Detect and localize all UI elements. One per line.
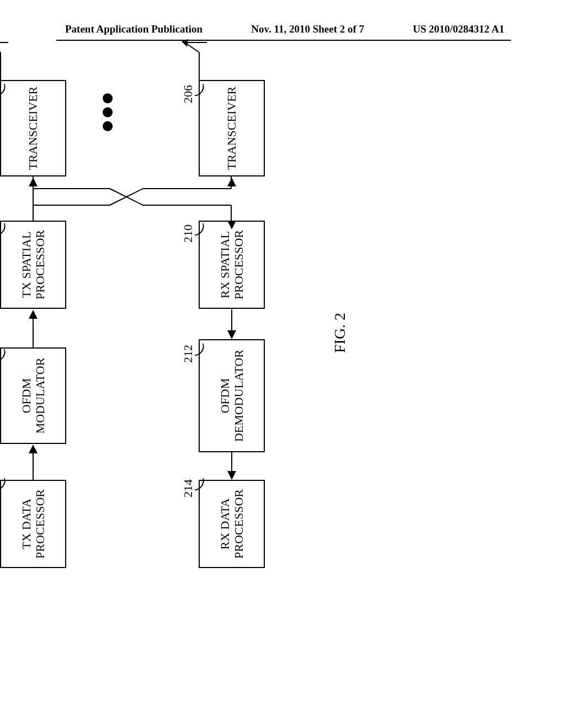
svg-line-3: [110, 189, 143, 205]
header-right: US 2010/0284312 A1: [413, 23, 504, 35]
leader-line-icon: [189, 480, 199, 490]
block-line: DEMODULATOR: [232, 350, 246, 442]
block-line: RX SPATIAL: [218, 231, 232, 298]
leader-line-icon: [189, 225, 199, 235]
figure-diagram: WIRELESS NODE 200 TX DATA PROCESSOR 202 …: [0, 199, 563, 540]
block-line: PROCESSOR: [232, 489, 246, 559]
arrowhead-icon: [29, 310, 38, 319]
block-transceiver-top: TRANSCEIVER: [0, 80, 66, 176]
connector-line: [33, 452, 34, 480]
block-tx-data-processor: TX DATA PROCESSOR: [0, 480, 66, 568]
header-left: Patent Application Publication: [65, 23, 202, 35]
antenna-icon: [0, 36, 8, 80]
block-ofdm-modulator: OFDM MODULATOR: [0, 347, 66, 444]
leader-line-icon: [189, 85, 199, 95]
connector-line: [33, 318, 34, 347]
arrowhead-icon: [227, 221, 236, 229]
block-rx-data-processor: RX DATA PROCESSOR: [199, 480, 265, 568]
block-line: RX DATA: [218, 499, 232, 550]
figure-caption: FIG. 2: [331, 313, 349, 353]
cross-connectors: [33, 176, 232, 221]
connector-line: [33, 185, 34, 221]
ellipsis-icon: ● ● ●: [94, 92, 127, 133]
svg-line-8: [110, 189, 143, 205]
block-line: TX DATA: [19, 499, 33, 549]
block-transceiver-bottom: TRANSCEIVER: [199, 80, 265, 176]
leader-line-icon: [189, 345, 199, 355]
block-line: PROCESSOR: [232, 230, 246, 299]
antenna-icon: [179, 36, 207, 80]
block-line: TRANSCEIVER: [26, 87, 40, 170]
connector-line: [231, 309, 232, 330]
arrowhead-icon: [227, 178, 236, 186]
svg-marker-16: [182, 39, 188, 47]
block-line: PROCESSOR: [33, 489, 47, 559]
block-line: PROCESSOR: [33, 230, 47, 299]
block-line: TX SPATIAL: [19, 232, 33, 298]
arrowhead-icon: [227, 330, 236, 339]
block-line: OFDM: [218, 378, 232, 414]
block-tx-spatial-processor: TX SPATIAL PROCESSOR: [0, 221, 66, 309]
connector-line: [231, 451, 232, 471]
block-line: OFDM: [19, 378, 33, 414]
arrowhead-icon: [227, 471, 236, 480]
header-center: Nov. 11, 2010 Sheet 2 of 7: [251, 23, 364, 35]
arrowhead-icon: [29, 445, 38, 453]
header-rule: [56, 40, 511, 41]
arrowhead-icon: [29, 178, 38, 186]
page-header: Patent Application Publication Nov. 11, …: [0, 23, 565, 35]
block-rx-spatial-processor: RX SPATIAL PROCESSOR: [199, 221, 265, 309]
block-line: MODULATOR: [33, 358, 47, 434]
block-line: TRANSCEIVER: [225, 87, 238, 170]
block-ofdm-demodulator: OFDM DEMODULATOR: [199, 339, 265, 452]
